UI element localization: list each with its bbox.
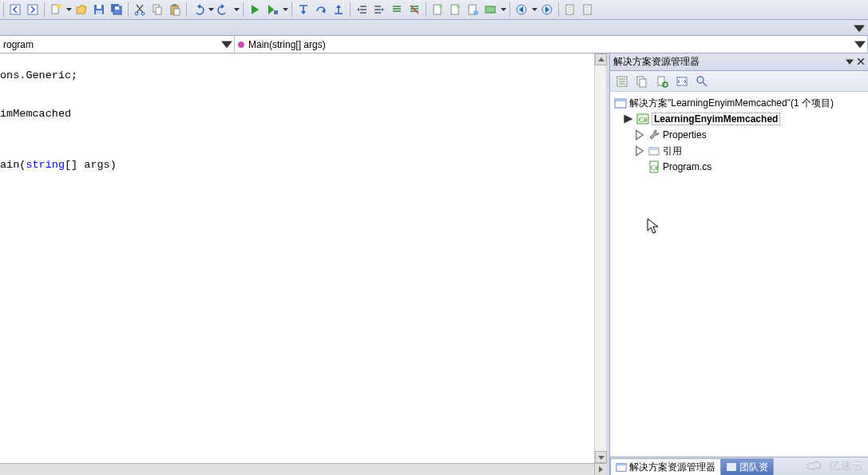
solution-explorer-title-bar[interactable]: 解决方案资源管理器 xyxy=(610,53,868,71)
code-editor[interactable]: ons.Generic; imMemcached ain(string[] ar… xyxy=(0,53,594,475)
solution-node[interactable]: 解决方案"LearningEnyimMemcached"(1 个项目) xyxy=(612,95,866,111)
svg-point-36 xyxy=(474,10,478,15)
code-editor-pane: ons.Generic; imMemcached ain(string[] ar… xyxy=(0,53,609,475)
solution-icon xyxy=(616,461,627,473)
step-out-icon[interactable] xyxy=(331,2,347,18)
run-dropdown-icon[interactable] xyxy=(282,2,288,18)
svg-rect-16 xyxy=(172,4,176,6)
doc2-icon[interactable] xyxy=(580,2,596,18)
close-icon[interactable] xyxy=(857,57,865,68)
member-selector[interactable]: Main(string[] args) xyxy=(235,36,868,53)
toolbar-separator xyxy=(44,2,45,17)
solution-explorer-title: 解决方案资源管理器 xyxy=(613,55,700,69)
step-over-icon[interactable] xyxy=(313,2,329,18)
svg-marker-51 xyxy=(599,466,603,473)
run-icon[interactable] xyxy=(247,2,263,18)
chevron-down-icon xyxy=(854,38,866,49)
redo-dropdown-icon[interactable] xyxy=(233,2,240,18)
dropdown-icon[interactable] xyxy=(846,57,854,68)
run-config-icon[interactable] xyxy=(264,2,280,18)
svg-marker-29 xyxy=(357,8,359,11)
properties-node[interactable]: Properties xyxy=(612,127,866,143)
svg-point-59 xyxy=(697,77,704,83)
doc-refresh-icon[interactable] xyxy=(465,2,481,18)
doc1-icon[interactable] xyxy=(562,2,578,18)
svg-text:C#: C# xyxy=(639,116,648,124)
vertical-scrollbar[interactable] xyxy=(594,53,606,475)
redo-icon[interactable] xyxy=(216,2,232,18)
nav-forward-icon[interactable] xyxy=(539,2,555,18)
back-icon[interactable] xyxy=(7,2,23,18)
solution-icon xyxy=(614,97,627,109)
highlight-dropdown-icon[interactable] xyxy=(500,2,506,18)
highlight-green-icon[interactable] xyxy=(482,2,498,18)
svg-marker-41 xyxy=(532,8,537,11)
class-selector[interactable]: rogram xyxy=(0,36,235,53)
solution-explorer-toolbar xyxy=(610,71,868,92)
svg-marker-25 xyxy=(283,8,288,11)
toolbar-separator xyxy=(291,2,292,17)
paste-icon[interactable] xyxy=(167,2,183,18)
scroll-right-icon[interactable] xyxy=(594,464,606,476)
comment-icon[interactable] xyxy=(389,2,405,18)
svg-rect-17 xyxy=(174,9,180,15)
doc-new-icon[interactable] xyxy=(430,2,446,18)
svg-marker-4 xyxy=(66,8,72,11)
svg-rect-37 xyxy=(486,6,495,13)
horizontal-scrollbar[interactable] xyxy=(0,463,606,475)
toolbar-separator xyxy=(426,2,426,17)
toolbar-separator xyxy=(350,2,351,17)
properties-icon[interactable] xyxy=(613,73,631,90)
nav-back-icon[interactable] xyxy=(513,2,529,18)
tab-overflow-icon[interactable] xyxy=(854,22,865,34)
view-code-icon[interactable] xyxy=(673,73,691,90)
main-area: ons.Generic; imMemcached ain(string[] ar… xyxy=(0,53,868,475)
file-node-program[interactable]: C# Program.cs xyxy=(612,159,866,175)
csharp-project-icon: C# xyxy=(636,113,649,125)
svg-rect-58 xyxy=(677,77,687,85)
svg-marker-18 xyxy=(197,4,200,9)
svg-marker-52 xyxy=(846,59,854,64)
indent-right-icon[interactable] xyxy=(371,2,387,18)
expander-closed-icon[interactable] xyxy=(634,145,645,156)
scroll-up-icon[interactable] xyxy=(595,53,607,65)
cut-icon[interactable] xyxy=(132,2,148,18)
tab-team-explorer[interactable]: 团队资 xyxy=(720,458,774,475)
svg-rect-55 xyxy=(640,79,646,87)
svg-marker-30 xyxy=(382,8,384,11)
view-designer-icon[interactable] xyxy=(693,73,711,90)
doc-open-icon[interactable] xyxy=(447,2,463,18)
nav-back-dropdown-icon[interactable] xyxy=(531,2,537,18)
scroll-down-icon[interactable] xyxy=(595,451,607,463)
properties-label: Properties xyxy=(663,129,707,141)
svg-rect-6 xyxy=(97,5,101,9)
toolbar-separator xyxy=(128,2,129,17)
tab-solution-explorer[interactable]: 解决方案资源管理器 xyxy=(610,458,721,475)
undo-dropdown-icon[interactable] xyxy=(208,2,214,18)
copy-icon[interactable] xyxy=(149,2,165,18)
forward-icon[interactable] xyxy=(25,2,41,18)
references-node[interactable]: 引用 xyxy=(612,143,866,159)
indent-left-icon[interactable] xyxy=(354,2,370,18)
svg-point-32 xyxy=(439,5,442,8)
save-all-icon[interactable] xyxy=(109,2,125,18)
document-tab-strip xyxy=(0,20,868,36)
new-item-dropdown-icon[interactable] xyxy=(65,2,72,18)
toolbar-separator xyxy=(558,2,559,17)
save-icon[interactable] xyxy=(91,2,107,18)
new-item-icon[interactable] xyxy=(48,2,64,18)
svg-marker-66 xyxy=(636,146,643,155)
svg-text:C#: C# xyxy=(651,164,658,172)
refresh-icon[interactable] xyxy=(653,73,671,90)
solution-tree[interactable]: 解决方案"LearningEnyimMemcached"(1 个项目) C# L… xyxy=(610,92,868,457)
step-into-icon[interactable] xyxy=(295,2,311,18)
svg-marker-48 xyxy=(854,42,866,49)
expander-closed-icon[interactable] xyxy=(634,129,645,141)
expander-open-icon[interactable] xyxy=(623,113,634,125)
uncomment-icon[interactable] xyxy=(406,2,422,18)
project-node[interactable]: C# LearningEnyimMemcached xyxy=(612,111,866,127)
undo-icon[interactable] xyxy=(190,2,206,18)
references-label: 引用 xyxy=(663,144,682,158)
show-all-icon[interactable] xyxy=(633,73,651,90)
open-icon[interactable] xyxy=(73,2,89,18)
